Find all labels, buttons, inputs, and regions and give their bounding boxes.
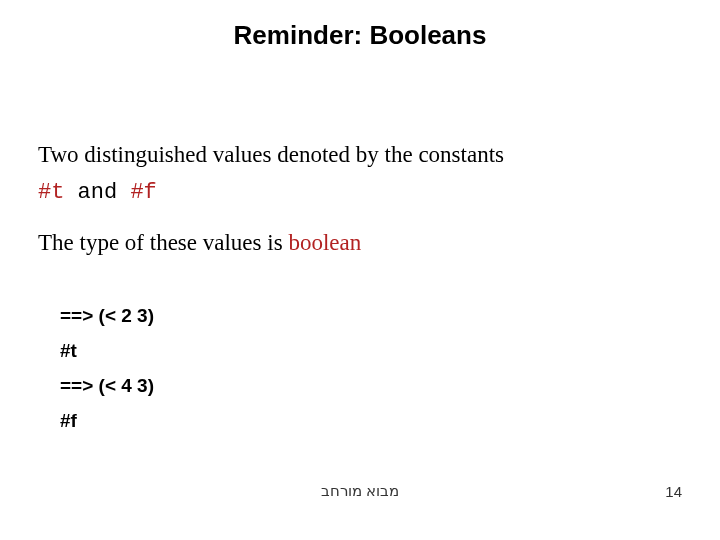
code-line-3: ==> (< 4 3) xyxy=(60,375,154,397)
code-line-2: #t xyxy=(60,340,77,362)
footer-text: מבוא מורחב xyxy=(0,482,720,500)
body-line-1: Two distinguished values denoted by the … xyxy=(38,142,504,168)
slide: Reminder: Booleans Two distinguished val… xyxy=(0,0,720,540)
text-type-pre: The type of these values is xyxy=(38,230,288,255)
body-line-3: The type of these values is boolean xyxy=(38,230,361,256)
literal-true: #t xyxy=(38,180,64,205)
body-line-2: #t and #f xyxy=(38,180,157,205)
literal-false: #f xyxy=(130,180,156,205)
text-boolean: boolean xyxy=(288,230,361,255)
slide-title: Reminder: Booleans xyxy=(0,20,720,51)
code-line-4: #f xyxy=(60,410,77,432)
page-number: 14 xyxy=(665,483,682,500)
code-line-1: ==> (< 2 3) xyxy=(60,305,154,327)
text-and: and xyxy=(64,180,130,205)
